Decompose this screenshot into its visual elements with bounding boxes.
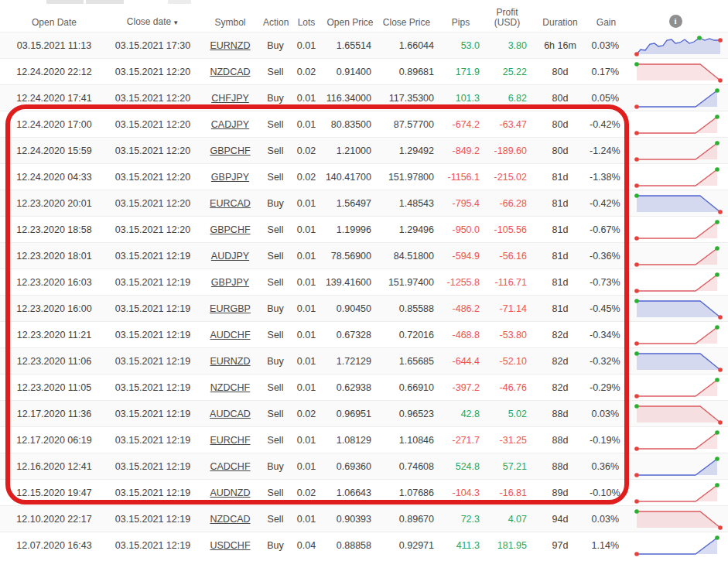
cell-symbol: CADCHF [197,461,263,472]
cell-duration: 82d [531,330,590,340]
cell-duration: 97d [531,540,590,551]
cell-gain: -0.34% [590,330,623,340]
cell-pips: -849.2 [438,145,484,156]
cell-duration: 88d [531,461,590,472]
cell-open-price: 1.08129 [325,435,375,446]
cell-close-price: 1.07686 [375,487,438,498]
cell-symbol: AUDCHF [197,330,263,340]
cell-open-price: 78.56900 [325,251,375,262]
cell-action: Sell [263,330,288,340]
symbol-link[interactable]: NZDCAD [210,514,250,525]
header-open-date[interactable]: Open Date [0,18,108,28]
symbol-link[interactable]: EURCHF [210,435,250,446]
symbol-link[interactable]: GBPJPY [211,172,249,183]
cell-symbol: AUDJPY [197,251,263,262]
symbol-link[interactable]: GBPCHF [210,145,250,156]
cell-trade-chart [623,87,728,110]
cell-open-date: 12.15.2020 19:47 [0,487,108,498]
cell-trade-chart [623,34,728,57]
cell-symbol: AUDNZD [197,487,263,498]
cell-close-price: 1.65685 [375,356,438,367]
cell-lots: 0.01 [288,330,325,340]
header-open-price[interactable]: Open Price [325,18,375,28]
cell-open-price: 116.34000 [325,93,375,104]
cell-lots: 0.02 [288,487,325,498]
header-symbol[interactable]: Symbol [197,18,263,28]
cell-open-date: 12.24.2020 17:41 [0,93,108,104]
cell-profit-usd: 3.80 [484,40,531,51]
cell-symbol: GBPCHF [197,145,263,156]
cell-profit-usd: -116.71 [484,277,531,288]
cell-close-price: 151.97400 [375,277,438,288]
header-gain[interactable]: Gain [590,18,623,28]
table-row: 12.15.2020 19:4703.15.2021 12:19AUDNZDSe… [0,479,728,505]
cell-gain: -0.42% [590,119,623,130]
cell-close-date: 03.15.2021 12:19 [108,461,197,472]
header-action[interactable]: Action [263,18,288,28]
cell-open-date: 12.17.2020 06:19 [0,435,108,446]
symbol-link[interactable]: CADJPY [211,119,249,130]
cell-gain: 0.05% [590,93,623,104]
cell-pips: -594.9 [438,251,484,262]
cell-open-date: 12.16.2020 12:41 [0,461,108,472]
cell-close-date: 03.15.2021 12:19 [108,540,197,551]
cell-close-date: 03.15.2021 12:20 [108,119,197,130]
cell-open-price: 1.21000 [325,145,375,156]
header-pips[interactable]: Pips [438,18,484,28]
cell-action: Sell [263,67,288,77]
cell-open-date: 12.23.2020 18:01 [0,251,108,262]
cell-pips: -468.8 [438,330,484,340]
header-close-date[interactable]: Close date▼ [108,17,197,28]
cell-close-date: 03.15.2021 12:20 [108,145,197,156]
header-duration[interactable]: Duration [531,18,590,28]
cell-close-date: 03.15.2021 12:19 [108,409,197,419]
cell-profit-usd: -71.14 [484,303,531,314]
cell-open-date: 12.24.2020 15:59 [0,145,108,156]
header-profit-usd[interactable]: Profit(USD) [484,8,531,28]
cell-action: Sell [263,172,288,183]
symbol-link[interactable]: NZDCHF [210,382,250,393]
cell-action: Buy [263,93,288,104]
cell-pips: -950.0 [438,224,484,235]
symbol-link[interactable]: CHFJPY [211,93,249,104]
header-close-price[interactable]: Close Price [375,18,438,28]
cell-trade-chart [623,166,728,189]
cell-symbol: NZDCAD [197,67,263,77]
symbol-link[interactable]: EURNZD [210,40,250,51]
cell-trade-chart [623,245,728,268]
cell-lots: 0.01 [288,251,325,262]
info-icon[interactable]: i [669,15,682,28]
cell-lots: 0.01 [288,198,325,209]
cell-close-price: 0.89670 [375,514,438,525]
cell-close-price: 1.48543 [375,198,438,209]
cell-open-price: 139.41600 [325,277,375,288]
cell-symbol: CADJPY [197,119,263,130]
cell-pips: 72.3 [438,514,484,525]
cell-pips: 171.9 [438,67,484,77]
symbol-link[interactable]: EURGBP [210,303,251,314]
symbol-link[interactable]: NZDCAD [210,67,250,77]
symbol-link[interactable]: AUDJPY [211,251,249,262]
symbol-link[interactable]: AUDCHF [210,330,250,340]
cell-pips: -1255.8 [438,277,484,288]
cell-symbol: EURNZD [197,356,263,367]
cell-action: Buy [263,198,288,209]
cell-open-date: 12.24.2020 04:33 [0,172,108,183]
symbol-link[interactable]: GBPJPY [211,277,249,288]
cell-close-price: 117.35300 [375,93,438,104]
cell-profit-usd: -16.81 [484,487,531,498]
symbol-link[interactable]: CADCHF [210,461,250,472]
symbol-link[interactable]: EURNZD [210,356,250,367]
cell-open-price: 0.90450 [325,303,375,314]
symbol-link[interactable]: AUDCAD [210,409,251,419]
cell-profit-usd: -63.47 [484,119,531,130]
cell-lots: 0.01 [288,461,325,472]
symbol-link[interactable]: EURCAD [210,198,251,209]
symbol-link[interactable]: GBPCHF [210,224,250,235]
cell-gain: 1.14% [590,540,623,551]
table-row: 03.15.2021 11:1303.15.2021 17:30EURNZDBu… [0,32,728,58]
header-lots[interactable]: Lots [288,18,325,28]
symbol-link[interactable]: USDCHF [210,540,250,551]
symbol-link[interactable]: AUDNZD [210,487,250,498]
cell-close-date: 03.15.2021 12:19 [108,330,197,340]
